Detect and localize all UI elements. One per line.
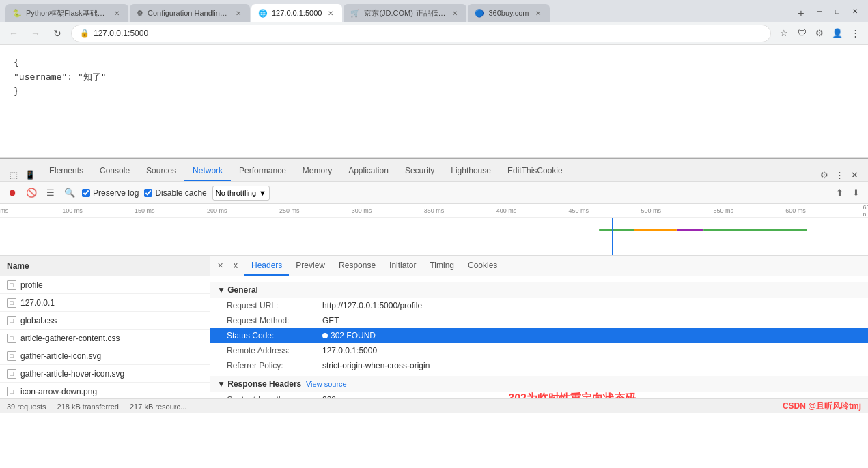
url-bar[interactable]: 🔒 127.0.0.1:5000 bbox=[71, 25, 771, 42]
file-name: 127.0.0.1 bbox=[20, 298, 55, 308]
extension-icon[interactable]: ⚙ bbox=[812, 26, 827, 41]
address-right-icons: ☆ 🛡 ⚙ 👤 ⋮ bbox=[776, 26, 863, 41]
tab-favicon: 🐍 bbox=[12, 9, 22, 18]
search-icon[interactable]: 🔍 bbox=[63, 186, 76, 200]
devtools-settings-icon[interactable]: ⚙ bbox=[817, 168, 831, 181]
response-headers-arrow: ▼ bbox=[217, 379, 225, 389]
devtools-tab-network[interactable]: Network bbox=[184, 161, 231, 181]
throttling-select[interactable]: No throttling ▼ bbox=[212, 186, 270, 201]
import-icon[interactable]: ⬆ bbox=[832, 186, 846, 200]
disable-cache-label[interactable]: Disable cache bbox=[144, 188, 206, 198]
device-toolbar-icon[interactable]: 📱 bbox=[23, 168, 37, 181]
tab-bar: 🐍Python框架Flask基础教程 - 第...✕⚙Configuration… bbox=[5, 0, 809, 22]
file-list-item[interactable]: □127.0.0.1 bbox=[0, 294, 210, 312]
details-tab-timing[interactable]: Timing bbox=[423, 257, 461, 276]
browser-tab-t1[interactable]: 🐍Python框架Flask基础教程 - 第...✕ bbox=[5, 4, 128, 22]
tab-close-icon[interactable]: ✕ bbox=[450, 8, 460, 18]
browser-title-bar: 🐍Python框架Flask基础教程 - 第...✕⚙Configuration… bbox=[0, 0, 868, 22]
details-tab-preview[interactable]: Preview bbox=[289, 257, 332, 276]
devtools-more-icon[interactable]: ⋮ bbox=[832, 168, 846, 181]
export-icon[interactable]: ⬇ bbox=[849, 186, 863, 200]
devtools-tab-sources[interactable]: Sources bbox=[138, 161, 184, 181]
json-line3: } bbox=[14, 85, 854, 99]
detail-label: Referrer Policy: bbox=[227, 361, 322, 370]
detail-label: Request Method: bbox=[227, 316, 322, 325]
devtools-tab-editthiscookie[interactable]: EditThisCookie bbox=[499, 161, 571, 181]
details-tab-initiator[interactable]: Initiator bbox=[382, 257, 423, 276]
record-button[interactable]: ⏺ bbox=[5, 186, 19, 200]
devtools-close-icon[interactable]: ✕ bbox=[848, 168, 861, 181]
browser-tab-t5[interactable]: 🔵360buy.com✕ bbox=[468, 4, 549, 22]
devtools-tabs-bar: ⬚ 📱 ElementsConsoleSourcesNetworkPerform… bbox=[0, 159, 868, 182]
devtools-tab-performance[interactable]: Performance bbox=[231, 161, 294, 181]
details-tab-cookies[interactable]: Cookies bbox=[461, 257, 504, 276]
devtools-tab-console[interactable]: Console bbox=[92, 161, 138, 181]
details-content: ▼ General Request URL:http://127.0.0.1:5… bbox=[210, 276, 868, 398]
devtools-tab-lighthouse[interactable]: Lighthouse bbox=[443, 161, 499, 181]
preserve-log-checkbox[interactable] bbox=[82, 189, 90, 197]
file-icon: □ bbox=[7, 351, 16, 361]
timeline-tick: 300 ms bbox=[352, 207, 372, 214]
minimize-button[interactable]: ─ bbox=[812, 3, 827, 18]
timeline-tick: 450 ms bbox=[569, 207, 589, 214]
response-headers-section-header[interactable]: ▼ Response Headers View source bbox=[210, 376, 868, 392]
tab-title: 127.0.0.1:5000 bbox=[272, 9, 322, 17]
back-button[interactable]: ← bbox=[5, 25, 22, 42]
timeline-tick: 400 ms bbox=[496, 207, 517, 214]
details-tab-x[interactable]: x bbox=[227, 257, 244, 276]
name-column-header: Name bbox=[7, 261, 29, 271]
file-list-item[interactable]: □gather-article-hover-icon.svg bbox=[0, 365, 210, 383]
browser-tab-t2[interactable]: ⚙Configuration Handling — Fl...✕ bbox=[130, 4, 250, 22]
timeline-tick: 200 ms bbox=[207, 207, 227, 214]
file-icon: □ bbox=[7, 369, 16, 379]
profile-icon[interactable]: 👤 bbox=[830, 26, 845, 41]
address-bar: ← → ↻ 🔒 127.0.0.1:5000 ☆ 🛡 ⚙ 👤 ⋮ bbox=[0, 22, 868, 45]
file-list-item[interactable]: □global.css bbox=[0, 312, 210, 330]
maximize-button[interactable]: □ bbox=[830, 3, 845, 18]
devtools-tab-elements[interactable]: Elements bbox=[41, 161, 92, 181]
disable-cache-checkbox[interactable] bbox=[144, 189, 152, 197]
bookmark-icon[interactable]: ☆ bbox=[776, 26, 792, 41]
url-text: 127.0.0.1:5000 bbox=[94, 29, 148, 38]
tab-close-icon[interactable]: ✕ bbox=[234, 8, 243, 18]
details-tab-response[interactable]: Response bbox=[332, 257, 382, 276]
devtools-tab-application[interactable]: Application bbox=[340, 161, 397, 181]
preserve-log-label[interactable]: Preserve log bbox=[82, 188, 139, 198]
shield-icon[interactable]: 🛡 bbox=[794, 26, 809, 41]
tab-close-icon[interactable]: ✕ bbox=[112, 8, 122, 18]
devtools-tab-memory[interactable]: Memory bbox=[294, 161, 340, 181]
filter-icon[interactable]: ☰ bbox=[44, 186, 57, 200]
inspect-element-icon[interactable]: ⬚ bbox=[7, 168, 20, 181]
file-list-item[interactable]: □icon-arrow-down.png bbox=[0, 383, 210, 398]
file-list-item[interactable]: □gather-article-icon.svg bbox=[0, 347, 210, 365]
disable-cache-text: Disable cache bbox=[155, 188, 206, 198]
file-list-item[interactable]: □profile bbox=[0, 276, 210, 294]
details-close-button[interactable]: ✕ bbox=[213, 259, 227, 273]
details-tabs-bar: ✕ xHeadersPreviewResponseInitiatorTiming… bbox=[210, 256, 868, 276]
devtools-tab-security[interactable]: Security bbox=[397, 161, 443, 181]
close-button[interactable]: ✕ bbox=[848, 3, 863, 18]
csdn-watermark: CSDN @且听风呤tmj bbox=[783, 400, 861, 412]
file-list-item[interactable]: □article-gatherer-content.css bbox=[0, 330, 210, 347]
forward-button[interactable]: → bbox=[27, 25, 44, 42]
timeline-ruler: 50 ms100 ms150 ms200 ms250 ms300 ms350 m… bbox=[0, 204, 868, 218]
view-source-link[interactable]: View source bbox=[306, 380, 347, 388]
file-name: gather-article-icon.svg bbox=[20, 351, 101, 361]
refresh-button[interactable]: ↻ bbox=[49, 25, 66, 42]
file-name: global.css bbox=[20, 316, 57, 325]
tab-close-icon[interactable]: ✕ bbox=[533, 8, 543, 18]
json-line2: "username": "知了" bbox=[14, 70, 854, 85]
general-section-header[interactable]: ▼ General bbox=[210, 282, 868, 298]
browser-tab-t4[interactable]: 🛒京东(JD.COM)-正品低价、品质...✕ bbox=[344, 4, 466, 22]
tab-close-icon[interactable]: ✕ bbox=[326, 8, 335, 18]
clear-button[interactable]: 🚫 bbox=[25, 186, 38, 200]
tab-title: Configuration Handling — Fl... bbox=[148, 9, 229, 17]
new-tab-button[interactable]: + bbox=[793, 5, 809, 22]
menu-icon[interactable]: ⋮ bbox=[848, 26, 863, 41]
status-dot bbox=[322, 333, 328, 338]
browser-tab-t3[interactable]: 🌐127.0.0.1:5000✕ bbox=[251, 4, 342, 22]
network-right-icons: ⬆ ⬇ bbox=[832, 186, 863, 200]
timeline-tick: 600 ms bbox=[785, 207, 806, 214]
details-tab-headers[interactable]: Headers bbox=[244, 257, 289, 276]
detail-value: http://127.0.0.1:5000/profile bbox=[322, 301, 857, 310]
